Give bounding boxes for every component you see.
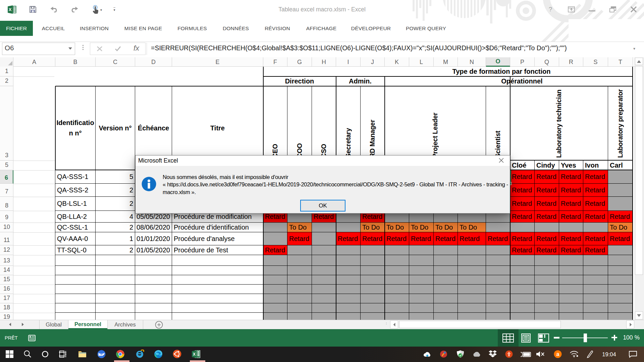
svg-text:X: X bbox=[9, 7, 12, 12]
svg-text:a: a bbox=[556, 351, 559, 357]
svg-text:X: X bbox=[193, 352, 196, 357]
